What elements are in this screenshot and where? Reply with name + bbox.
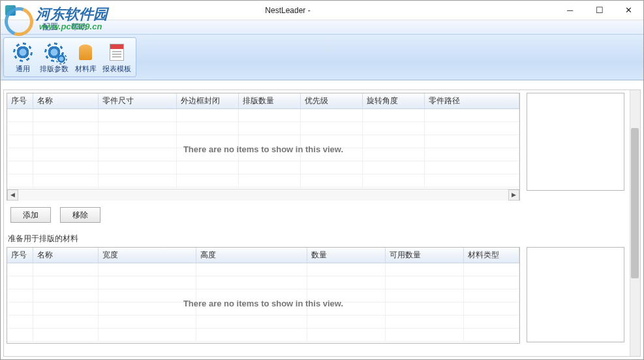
materials-preview-panel: [527, 247, 624, 342]
materials-table[interactable]: 序号 名称 宽度 高度 数量 可用数量 材料类型: [7, 247, 520, 344]
maximize-button[interactable]: ☐: [585, 1, 614, 20]
materials-table-body: There are no items to show in this view.: [7, 263, 519, 343]
parts-empty-message: There are no items to show in this view.: [7, 109, 519, 189]
gears-icon: [44, 42, 65, 63]
menu-config[interactable]: 配置: [36, 20, 65, 34]
materials-table-header: 序号 名称 宽度 高度 数量 可用数量 材料类型: [7, 248, 519, 263]
parts-horizontal-scrollbar[interactable]: ◀ ▶: [7, 189, 519, 200]
report-icon: [106, 42, 127, 63]
mat-col-type[interactable]: 材料类型: [464, 248, 519, 263]
ribbon-material-lib-label: 材料库: [75, 64, 97, 74]
ribbon-group: 通用 排版参数 材料库 报表模板: [3, 37, 136, 77]
scroll-right-icon[interactable]: ▶: [508, 189, 519, 201]
gear-icon: [12, 42, 33, 63]
parts-col-size[interactable]: 零件尺寸: [99, 93, 177, 108]
window-title: NestLeader -: [20, 6, 555, 15]
content-pane: 序号 名称 零件尺寸 外边框封闭 排版数量 优先级 旋转角度 零件路径: [3, 90, 641, 357]
parts-table-body: There are no items to show in this view.: [7, 109, 519, 189]
materials-section-label: 准备用于排版的材料: [8, 233, 624, 244]
scroll-left-icon[interactable]: ◀: [7, 189, 18, 201]
close-button[interactable]: ✕: [614, 1, 643, 20]
parts-preview-panel: [527, 93, 624, 191]
add-button[interactable]: 添加: [10, 207, 51, 223]
parts-col-name[interactable]: 名称: [33, 93, 99, 108]
parts-col-path[interactable]: 零件路径: [425, 93, 519, 108]
mat-col-width[interactable]: 宽度: [99, 248, 196, 263]
ribbon-general-button[interactable]: 通用: [8, 41, 38, 75]
parts-table-header: 序号 名称 零件尺寸 外边框封闭 排版数量 优先级 旋转角度 零件路径: [7, 93, 519, 109]
parts-col-index[interactable]: 序号: [7, 93, 33, 108]
database-icon: [75, 42, 96, 63]
parts-col-rotation[interactable]: 旋转角度: [363, 93, 425, 108]
mat-col-name[interactable]: 名称: [33, 248, 99, 263]
materials-empty-message: There are no items to show in this view.: [7, 263, 519, 343]
mat-col-height[interactable]: 高度: [196, 248, 307, 263]
remove-button[interactable]: 移除: [60, 207, 100, 223]
mat-col-avail[interactable]: 可用数量: [386, 248, 464, 263]
minimize-button[interactable]: ─: [555, 1, 585, 20]
ribbon-report-template-label: 报表模板: [102, 64, 131, 74]
mat-col-index[interactable]: 序号: [7, 248, 33, 263]
app-icon-wrap: [1, 5, 20, 16]
parts-col-priority[interactable]: 优先级: [301, 93, 363, 108]
title-bar: NestLeader - ─ ☐ ✕: [1, 1, 643, 20]
ribbon-report-template-button[interactable]: 报表模板: [102, 41, 132, 75]
ribbon-general-label: 通用: [16, 64, 30, 74]
ribbon-nest-params-label: 排版参数: [40, 64, 69, 74]
parts-col-qty[interactable]: 排版数量: [239, 93, 301, 108]
ribbon-nest-params-button[interactable]: 排版参数: [39, 41, 69, 75]
ribbon-toolbar: 通用 排版参数 材料库 报表模板: [1, 35, 643, 80]
parts-table[interactable]: 序号 名称 零件尺寸 外边框封闭 排版数量 优先级 旋转角度 零件路径: [7, 93, 520, 201]
ribbon-material-lib-button[interactable]: 材料库: [70, 41, 100, 75]
app-icon: [5, 5, 16, 16]
menu-bar: 配置 帮助: [1, 20, 643, 35]
parts-col-closed[interactable]: 外边框封闭: [177, 93, 239, 108]
menu-help[interactable]: 帮助: [65, 20, 93, 34]
scroll-track[interactable]: [18, 189, 508, 201]
mat-col-qty[interactable]: 数量: [307, 248, 386, 263]
